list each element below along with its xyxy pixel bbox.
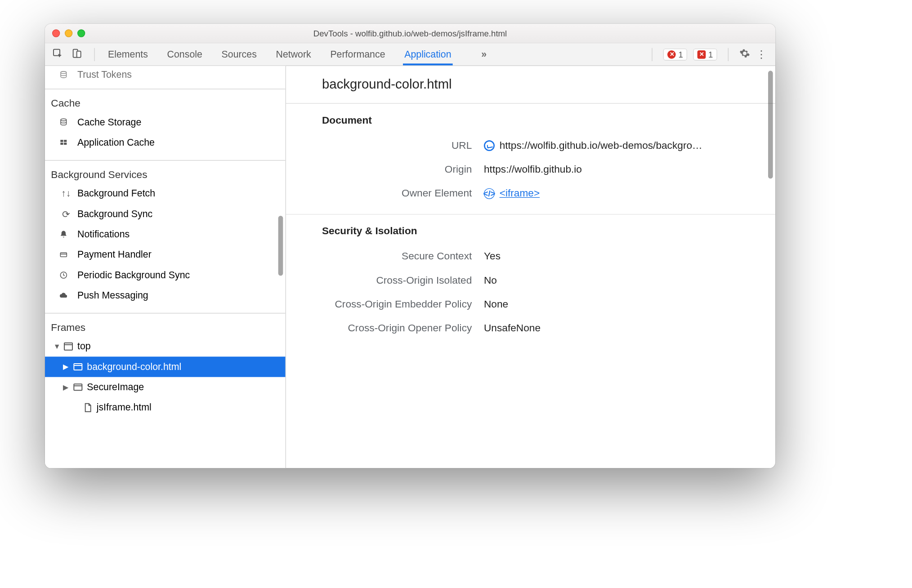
chevron-right-icon: ▶ bbox=[63, 363, 72, 371]
devtools-toolbar: Elements Console Sources Network Perform… bbox=[45, 43, 775, 66]
sidebar-item-notifications[interactable]: Notifications bbox=[45, 224, 286, 245]
window-title: DevTools - wolfib.github.io/web-demos/js… bbox=[45, 28, 775, 38]
row-coop: Cross-Origin Opener Policy UnsafeNone bbox=[286, 316, 775, 340]
sidebar-item-trust-tokens[interactable]: Trust Tokens bbox=[45, 66, 286, 82]
sidebar-item-background-sync[interactable]: ⟳ Background Sync bbox=[45, 204, 286, 224]
sidebar-item-label: Application Cache bbox=[77, 137, 155, 148]
tab-network[interactable]: Network bbox=[275, 44, 313, 65]
link-chip-icon[interactable] bbox=[484, 140, 495, 151]
sidebar-section-bgservices: Background Services bbox=[45, 167, 286, 183]
security-section: Security & Isolation Secure Context Yes … bbox=[286, 214, 775, 349]
issue-count: 1 bbox=[708, 49, 713, 59]
chevron-right-icon: ▶ bbox=[63, 383, 72, 392]
file-icon bbox=[81, 402, 94, 413]
frame-tree-top[interactable]: ▼ top bbox=[45, 336, 286, 356]
zoom-window-button[interactable] bbox=[77, 29, 85, 37]
row-cross-origin-isolated: Cross-Origin Isolated No bbox=[286, 268, 775, 292]
traffic-lights bbox=[52, 29, 85, 37]
minimize-window-button[interactable] bbox=[65, 29, 72, 37]
device-toggle-icon[interactable] bbox=[72, 48, 82, 61]
sidebar-item-application-cache[interactable]: Application Cache bbox=[45, 133, 286, 153]
tab-performance[interactable]: Performance bbox=[329, 44, 386, 65]
sidebar-item-background-fetch[interactable]: ↑↓ Background Fetch bbox=[45, 183, 286, 204]
more-menu-icon[interactable]: ⋮ bbox=[756, 48, 768, 61]
origin-value: https://wolfib.github.io bbox=[484, 164, 582, 176]
application-sidebar: Trust Tokens Cache Cache Storage Applica… bbox=[45, 66, 286, 468]
row-url: URL https://wolfib.github.io/web-demos/b… bbox=[286, 134, 775, 157]
url-value: https://wolfib.github.io/web-demos/backg… bbox=[500, 140, 702, 152]
sidebar-section-cache: Cache bbox=[45, 95, 286, 112]
svg-rect-9 bbox=[60, 253, 67, 257]
document-section: Document URL https://wolfib.github.io/we… bbox=[286, 104, 775, 215]
settings-icon[interactable] bbox=[739, 48, 750, 61]
frame-tree-background-color[interactable]: ▶ background-color.html bbox=[45, 356, 286, 377]
svg-rect-2 bbox=[77, 51, 81, 57]
sidebar-item-cache-storage[interactable]: Cache Storage bbox=[45, 112, 286, 132]
sidebar-item-label: Push Messaging bbox=[77, 290, 148, 301]
svg-rect-7 bbox=[60, 143, 63, 145]
sidebar-item-label: Background Fetch bbox=[77, 188, 155, 199]
frame-tree-secure-image[interactable]: ▶ SecureImage bbox=[45, 377, 286, 397]
owner-label: Owner Element bbox=[322, 187, 472, 200]
error-icon: ✕ bbox=[668, 50, 676, 58]
tab-elements[interactable]: Elements bbox=[107, 44, 149, 65]
svg-point-4 bbox=[61, 119, 66, 121]
kv-label: Cross-Origin Embedder Policy bbox=[322, 298, 472, 311]
kv-label: Cross-Origin Opener Policy bbox=[322, 322, 472, 334]
kv-label: Cross-Origin Isolated bbox=[322, 275, 472, 287]
grid-icon bbox=[59, 137, 72, 148]
more-tabs-icon[interactable]: » bbox=[481, 49, 485, 60]
tree-item-label: background-color.html bbox=[87, 361, 181, 372]
frame-tree-jsiframe[interactable]: jsIframe.html bbox=[45, 397, 286, 418]
origin-label: Origin bbox=[322, 164, 472, 176]
close-window-button[interactable] bbox=[52, 29, 60, 37]
code-icon[interactable]: </> bbox=[484, 188, 495, 199]
sidebar-section-frames: Frames bbox=[45, 320, 286, 336]
tab-sources[interactable]: Sources bbox=[220, 44, 258, 65]
window-icon bbox=[62, 341, 75, 352]
sidebar-item-push-messaging[interactable]: Push Messaging bbox=[45, 285, 286, 306]
url-label: URL bbox=[322, 140, 472, 152]
clock-icon bbox=[59, 270, 72, 281]
tab-console[interactable]: Console bbox=[166, 44, 204, 65]
sidebar-item-payment-handler[interactable]: Payment Handler bbox=[45, 245, 286, 265]
window-titlebar: DevTools - wolfib.github.io/web-demos/js… bbox=[45, 24, 775, 43]
frame-icon bbox=[72, 361, 85, 372]
row-coep: Cross-Origin Embedder Policy None bbox=[286, 293, 775, 316]
issue-count-badge[interactable]: ✕ 1 bbox=[693, 48, 717, 60]
transfer-icon: ↑↓ bbox=[59, 188, 72, 199]
frame-detail-panel: background-color.html Document URL https… bbox=[286, 66, 775, 468]
svg-rect-12 bbox=[64, 343, 72, 350]
sidebar-scrollbar[interactable] bbox=[278, 216, 283, 276]
frame-icon bbox=[72, 382, 85, 392]
toolbar-divider bbox=[94, 48, 94, 61]
kv-value: Yes bbox=[484, 250, 501, 263]
kv-value: None bbox=[484, 298, 508, 311]
security-heading: Security & Isolation bbox=[286, 214, 775, 245]
inspect-element-icon[interactable] bbox=[52, 48, 63, 61]
svg-point-3 bbox=[61, 71, 66, 74]
issue-icon: ✕ bbox=[697, 50, 706, 58]
main-content: Trust Tokens Cache Cache Storage Applica… bbox=[45, 66, 775, 468]
toolbar-divider bbox=[652, 48, 653, 61]
svg-rect-16 bbox=[74, 384, 82, 390]
devtools-tabs: Elements Console Sources Network Perform… bbox=[99, 44, 485, 65]
sidebar-item-label: Payment Handler bbox=[77, 249, 152, 260]
tree-item-label: jsIframe.html bbox=[97, 402, 152, 413]
kv-value: No bbox=[484, 275, 497, 287]
row-secure-context: Secure Context Yes bbox=[286, 245, 775, 268]
toolbar-divider bbox=[728, 48, 729, 61]
sidebar-item-label: Trust Tokens bbox=[77, 70, 132, 80]
owner-iframe-link[interactable]: <iframe> bbox=[500, 187, 540, 200]
kv-label: Secure Context bbox=[322, 250, 472, 263]
detail-scrollbar[interactable] bbox=[768, 71, 773, 178]
bell-icon bbox=[59, 229, 72, 240]
svg-rect-14 bbox=[74, 364, 82, 370]
sidebar-item-periodic-sync[interactable]: Periodic Background Sync bbox=[45, 265, 286, 285]
tab-application[interactable]: Application bbox=[403, 44, 453, 65]
error-count-badge[interactable]: ✕ 1 bbox=[663, 48, 687, 60]
row-origin: Origin https://wolfib.github.io bbox=[286, 158, 775, 182]
svg-rect-5 bbox=[60, 140, 63, 142]
row-owner-element: Owner Element </> <iframe> bbox=[286, 182, 775, 205]
tree-item-label: top bbox=[77, 341, 91, 352]
